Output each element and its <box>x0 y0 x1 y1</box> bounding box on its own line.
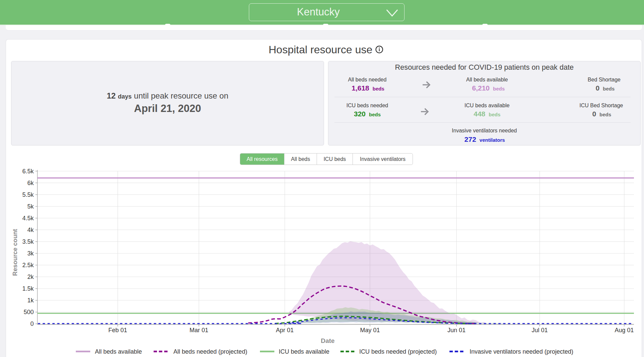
svg-text:3.5k: 3.5k <box>22 238 34 245</box>
svg-text:All beds needed (projected): All beds needed (projected) <box>173 348 247 355</box>
svg-text:500: 500 <box>23 309 34 315</box>
svg-text:5k: 5k <box>27 203 34 210</box>
svg-text:0: 0 <box>30 320 34 327</box>
svg-text:Feb 01: Feb 01 <box>108 327 127 334</box>
svg-text:6.5k: 6.5k <box>22 168 34 175</box>
svg-text:Jul 01: Jul 01 <box>532 327 548 334</box>
svg-text:5.5k: 5.5k <box>22 191 34 198</box>
svg-text:May 01: May 01 <box>360 327 380 334</box>
svg-text:1.5k: 1.5k <box>22 285 34 292</box>
svg-text:Aug 01: Aug 01 <box>614 327 634 334</box>
svg-text:Resource count: Resource count <box>11 229 18 276</box>
svg-text:Invasive ventilators needed (p: Invasive ventilators needed (projected) <box>470 348 573 355</box>
svg-text:4.5k: 4.5k <box>22 215 34 222</box>
svg-text:2.5k: 2.5k <box>22 262 34 269</box>
svg-text:6k: 6k <box>27 180 34 186</box>
svg-text:ICU beds needed (projected): ICU beds needed (projected) <box>359 348 437 355</box>
svg-text:ICU beds available: ICU beds available <box>279 348 329 355</box>
svg-text:All beds available: All beds available <box>95 348 142 355</box>
svg-text:Jun 01: Jun 01 <box>447 327 466 334</box>
svg-text:4k: 4k <box>27 227 34 233</box>
svg-text:Mar 01: Mar 01 <box>190 327 208 334</box>
svg-text:1k: 1k <box>27 297 34 304</box>
svg-text:3k: 3k <box>27 250 34 257</box>
svg-text:2k: 2k <box>27 274 34 280</box>
svg-text:Date: Date <box>321 337 334 344</box>
svg-text:Apr 01: Apr 01 <box>276 327 293 334</box>
